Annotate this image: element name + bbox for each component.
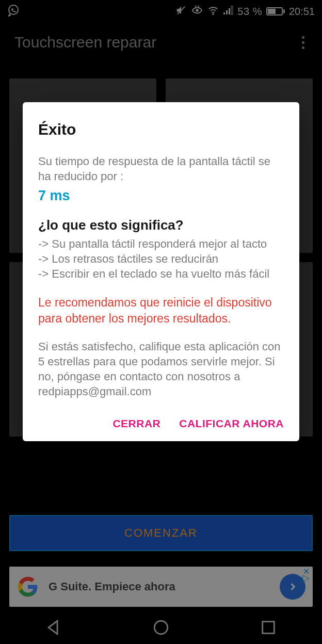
dialog-rate-text: Si estás satisfecho, califique esta apli… bbox=[38, 339, 284, 399]
dialog-bullet: -> Escribir en el teclado se ha vuelto m… bbox=[38, 266, 284, 281]
dialog-title: Éxito bbox=[38, 121, 284, 138]
dialog-bullet: -> Los retrasos táctiles se reducirán bbox=[38, 251, 284, 266]
close-button[interactable]: CERRAR bbox=[112, 417, 160, 430]
dialog-subtitle: ¿lo que esto significa? bbox=[38, 217, 284, 233]
dialog-value: 7 ms bbox=[38, 188, 284, 204]
dialog-intro: Su tiempo de respuesta de la pantalla tá… bbox=[38, 154, 284, 184]
dialog-bullet: -> Su pantalla táctil responderá mejor a… bbox=[38, 236, 284, 251]
success-dialog: Éxito Su tiempo de respuesta de la panta… bbox=[23, 102, 299, 441]
rate-now-button[interactable]: CALIFICAR AHORA bbox=[179, 417, 284, 430]
dialog-warning: Le recomendamos que reinicie el disposit… bbox=[38, 295, 284, 327]
